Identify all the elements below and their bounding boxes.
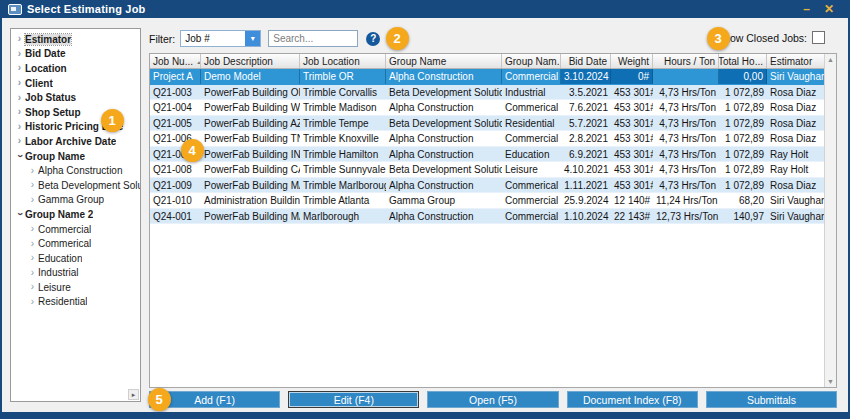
search-input[interactable]	[268, 30, 358, 47]
tree-scroll-right-arrow-icon[interactable]: ▸	[128, 389, 139, 400]
tree-item-label: Client	[25, 78, 53, 89]
show-closed-jobs-checkbox[interactable]	[812, 31, 825, 44]
chevron-collapsed-icon[interactable]: ›	[27, 297, 38, 307]
column-header-group-name[interactable]: Group Name	[386, 54, 502, 68]
chevron-collapsed-icon[interactable]: ›	[14, 78, 25, 88]
tree-item-gamma-group[interactable]: ›Gamma Group	[14, 193, 140, 208]
tree-item-label: Labor Archive Date	[25, 136, 116, 147]
tree-item-commercial[interactable]: ›Commercial	[14, 222, 140, 237]
table-cell: Commercial	[502, 69, 561, 84]
table-row[interactable]: Q21-005PowerFab Building AZTrimble Tempe…	[150, 116, 836, 132]
column-header-weight[interactable]: Weight	[611, 54, 653, 68]
minimize-button[interactable]: –	[803, 0, 810, 18]
chevron-collapsed-icon[interactable]: ›	[14, 63, 25, 73]
scroll-up-icon[interactable]: ▲	[825, 56, 836, 63]
column-header-estimator[interactable]: Estimator	[767, 54, 826, 68]
chevron-collapsed-icon[interactable]: ›	[27, 180, 38, 190]
table-cell: PowerFab Building WI	[201, 100, 300, 115]
chevron-collapsed-icon[interactable]: ›	[14, 122, 25, 132]
chevron-down-icon[interactable]: ▾	[245, 31, 260, 46]
table-row[interactable]: Q21-003PowerFab Building ORTrimble Corva…	[150, 85, 836, 101]
table-row[interactable]: Q21-010Administration BuildingTrimble At…	[150, 193, 836, 209]
chevron-expanded-icon[interactable]: ›	[15, 151, 25, 162]
tree-item-beta-development-solu[interactable]: ›Beta Development Solu	[14, 178, 140, 193]
table-cell: PowerFab Building MA	[201, 178, 300, 193]
tree-item-client[interactable]: ›Client	[14, 76, 140, 91]
table-row[interactable]: Project ADemo ModelTrimble ORAlpha Const…	[150, 69, 836, 85]
table-vertical-scrollbar[interactable]: ▲ ▼	[824, 54, 836, 387]
tree-item-group-name[interactable]: ›Group Name	[14, 149, 140, 164]
chevron-collapsed-icon[interactable]: ›	[27, 282, 38, 292]
table-cell: PowerFab Building IN	[201, 147, 300, 162]
document-index-f8--button[interactable]: Document Index (F8)	[567, 391, 698, 408]
tree-item-bid-date[interactable]: ›Bid Date	[14, 47, 140, 62]
table-cell: 12,73 Hrs/Ton	[653, 209, 719, 224]
show-closed-jobs-label: Show Closed Jobs:	[717, 32, 807, 44]
column-header-bid-date[interactable]: Bid Date	[561, 54, 611, 68]
chevron-collapsed-icon[interactable]: ›	[27, 239, 38, 249]
table-cell: Gamma Group	[386, 193, 502, 208]
tree-item-alpha-construction[interactable]: ›Alpha Construction	[14, 163, 140, 178]
annotation-badge-4: 4	[181, 139, 204, 162]
scroll-down-icon[interactable]: ▼	[825, 378, 836, 385]
titlebar: Select Estimating Job – ✕	[2, 0, 848, 18]
open-f5--button[interactable]: Open (F5)	[427, 391, 558, 408]
tree-item-commerical[interactable]: ›Commerical	[14, 236, 140, 251]
table-cell: Q21-003	[150, 85, 201, 100]
chevron-collapsed-icon[interactable]: ›	[27, 195, 38, 205]
table-row[interactable]: Q21-004PowerFab Building WITrimble Madis…	[150, 100, 836, 116]
tree-item-location[interactable]: ›Location	[14, 61, 140, 76]
table-cell: Alpha Construction	[386, 100, 502, 115]
table-cell: PowerFab Building MA	[201, 209, 300, 224]
close-button[interactable]: ✕	[824, 0, 834, 18]
table-cell: Alpha Construction	[386, 209, 502, 224]
chevron-collapsed-icon[interactable]: ›	[27, 268, 38, 278]
tree-item-labor-archive-date[interactable]: ›Labor Archive Date	[14, 134, 140, 149]
column-header-total-ho-[interactable]: Total Ho...	[719, 54, 767, 68]
table-row[interactable]: Q21-006PowerFab Building TNTrimble Knoxv…	[150, 131, 836, 147]
filter-field-dropdown[interactable]: Job # ▾	[180, 30, 261, 47]
tree-item-label: Location	[25, 63, 67, 74]
tree-item-education[interactable]: ›Education	[14, 251, 140, 266]
column-header-job-nu-[interactable]: Job Nu...▲	[150, 54, 201, 68]
table-cell: 4,73 Hrs/Ton	[653, 85, 719, 100]
annotation-badge-5: 5	[148, 388, 171, 411]
submittals-button[interactable]: Submittals	[706, 391, 837, 408]
column-header-job-location[interactable]: Job Location	[300, 54, 386, 68]
table-cell: Residential	[502, 116, 561, 131]
edit-f4--button[interactable]: Edit (F4)	[288, 391, 419, 408]
column-header-hours-ton[interactable]: Hours / Ton	[653, 54, 719, 68]
chevron-collapsed-icon[interactable]: ›	[27, 224, 38, 234]
column-header-job-description[interactable]: Job Description	[201, 54, 300, 68]
chevron-collapsed-icon[interactable]: ›	[27, 166, 38, 176]
table-row[interactable]: Q21-007PowerFab Building INTrimble Hamil…	[150, 147, 836, 163]
column-header-group-nam-[interactable]: Group Nam...	[502, 54, 561, 68]
filter-tree-panel: ›Estimator›Bid Date›Location›Client›Job …	[10, 28, 141, 402]
tree-item-industrial[interactable]: ›Industrial	[14, 266, 140, 281]
table-cell: Commercial	[502, 193, 561, 208]
tree-item-estimator[interactable]: ›Estimator	[14, 32, 140, 47]
chevron-collapsed-icon[interactable]: ›	[14, 107, 25, 117]
tree-item-residential[interactable]: ›Residential	[14, 295, 140, 310]
table-cell: Trimble Atlanta	[300, 193, 386, 208]
table-row[interactable]: Q24-001PowerFab Building MAMarlboroughAl…	[150, 209, 836, 225]
tree-item-leisure[interactable]: ›Leisure	[14, 280, 140, 295]
chevron-collapsed-icon[interactable]: ›	[14, 34, 25, 44]
table-row[interactable]: Q21-009PowerFab Building MATrimble Marlb…	[150, 178, 836, 194]
help-icon[interactable]: ?	[366, 32, 380, 46]
table-cell: 1.10.2024	[561, 209, 611, 224]
filter-label: Filter:	[149, 33, 175, 45]
table-row[interactable]: Q21-008PowerFab Building CATrimble Sunny…	[150, 162, 836, 178]
tree-item-label: Group Name 2	[25, 209, 93, 220]
chevron-collapsed-icon[interactable]: ›	[27, 253, 38, 263]
chevron-collapsed-icon[interactable]: ›	[14, 136, 25, 146]
tree-item-job-status[interactable]: ›Job Status	[14, 90, 140, 105]
table-cell: 5.7.2021	[561, 116, 611, 131]
tree-item-group-name-2[interactable]: ›Group Name 2	[14, 207, 140, 222]
chevron-collapsed-icon[interactable]: ›	[14, 49, 25, 59]
chevron-collapsed-icon[interactable]: ›	[14, 93, 25, 103]
table-cell: 4,73 Hrs/Ton	[653, 178, 719, 193]
table-cell: Q21-008	[150, 162, 201, 177]
table-cell: 4,73 Hrs/Ton	[653, 147, 719, 162]
chevron-expanded-icon[interactable]: ›	[15, 209, 25, 220]
